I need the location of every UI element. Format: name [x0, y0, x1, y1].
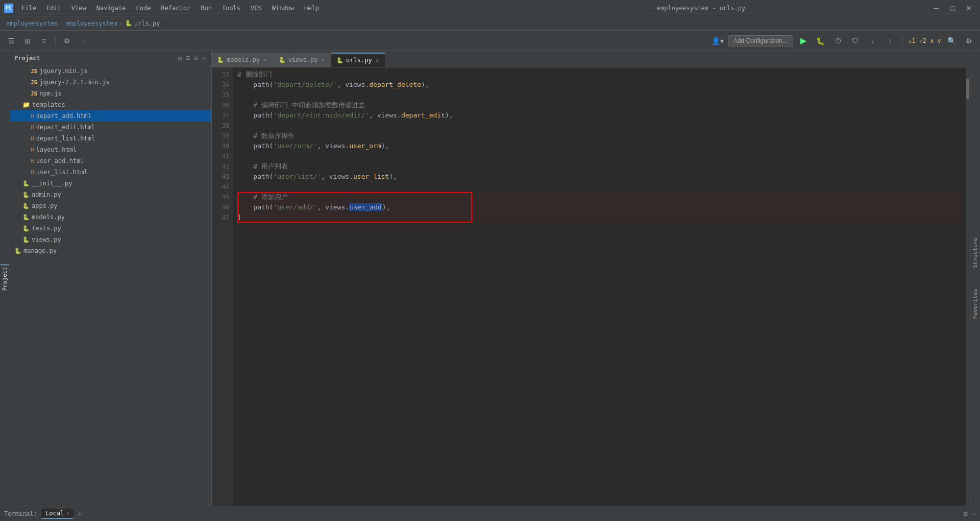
toolbar-minus-btn[interactable]: − — [76, 34, 90, 48]
menu-code[interactable]: Code — [132, 4, 155, 13]
toolbar-collapse-btn[interactable]: ≡ — [37, 34, 51, 48]
tree-label: admin.py — [32, 191, 61, 198]
tab-views[interactable]: 🐍 views.py ✕ — [274, 53, 331, 67]
breadcrumb-sub[interactable]: employeesystem — [65, 20, 117, 27]
breadcrumb-file: 🐍 urls.py — [125, 20, 160, 27]
tree-item-user_add-html[interactable]: Huser_add.html — [10, 155, 211, 167]
models-tab-icon: 🐍 — [217, 57, 224, 63]
debug-button[interactable]: 🐛 — [814, 34, 828, 48]
tree-icon-py: 🐍 — [22, 191, 30, 198]
toolbar-align-btn[interactable]: ⊞ — [20, 34, 35, 48]
tree-item-manage-py[interactable]: 🐍manage.py — [10, 245, 211, 256]
menu-help[interactable]: Help — [300, 4, 323, 13]
menu-file[interactable]: File — [17, 4, 40, 13]
code-line-47: ] — [237, 212, 962, 223]
tree-item-admin-py[interactable]: 🐍admin.py — [10, 189, 211, 200]
right-side-labels: Structure Favorites — [970, 51, 980, 506]
tree-item-user_list-html[interactable]: Huser_list.html — [10, 167, 211, 178]
menu-tools[interactable]: Tools — [218, 4, 244, 13]
scrollbar-thumb[interactable] — [966, 79, 969, 99]
terminal-add-tab[interactable]: + — [78, 510, 82, 518]
tree-item-apps-py[interactable]: 🐍apps.py — [10, 200, 211, 211]
code-line-40: path('user/orm/', views.user_orm), — [237, 141, 962, 151]
run-button[interactable]: ▶ — [796, 34, 811, 48]
tab-urls-label: urls.py — [346, 57, 372, 64]
tab-urls-close[interactable]: ✕ — [375, 57, 380, 64]
toolbar-settings-btn[interactable]: ⚙ — [60, 34, 74, 48]
toolbar-project-btn[interactable]: ☰ — [4, 34, 18, 48]
terminal-tab-local[interactable]: Local ✕ — [41, 509, 74, 519]
tree-item-views-py[interactable]: 🐍views.py — [10, 234, 211, 245]
tree-item-templates[interactable]: 📁templates — [10, 99, 211, 110]
editor-scrollbar[interactable] — [966, 67, 970, 506]
side-labels: Project — [0, 51, 10, 506]
tree-item-models-py[interactable]: 🐍models.py — [10, 211, 211, 223]
minimize-button[interactable]: ─ — [929, 3, 943, 14]
code-line-33: # 删除部门 — [237, 69, 962, 80]
project-panel-header: Project ◎ ≡ ⚙ − — [10, 51, 211, 65]
tree-icon-html: H — [31, 157, 34, 164]
line-num-38: 38 — [212, 121, 229, 131]
menu-refactor[interactable]: Refactor — [157, 4, 194, 13]
tree-item-jquery-min.js[interactable]: JSjquery.min.js — [10, 65, 211, 77]
line-num-33: 33 — [212, 69, 229, 80]
profile-btn[interactable]: 👤▾ — [710, 34, 725, 48]
menu-edit[interactable]: Edit — [42, 4, 65, 13]
terminal-tab-local-close[interactable]: ✕ — [66, 510, 69, 516]
terminal-close-icon[interactable]: − — [972, 510, 976, 518]
vcs-push-btn[interactable]: ↑ — [883, 34, 897, 48]
tree-item-jquery-2-2.1.min.js[interactable]: JSjquery-2.2.1.min.js — [10, 77, 211, 88]
tree-icon-html: H — [31, 169, 34, 176]
terminal-settings-icon[interactable]: ⚙ — [963, 510, 967, 518]
settings-gear-button[interactable]: ⚙ — [962, 34, 976, 48]
tree-item-tests-py[interactable]: 🐍tests.py — [10, 223, 211, 234]
project-settings-icon[interactable]: ⚙ — [193, 53, 199, 63]
line-numbers: 333435363738394041424344454647 — [212, 67, 233, 506]
tab-urls[interactable]: 🐍 urls.py ✕ — [331, 53, 385, 67]
tree-label: depart_list.html — [36, 135, 95, 142]
tree-icon-html: H — [31, 124, 34, 131]
structure-label[interactable]: Structure — [972, 238, 978, 268]
vcs-update-btn[interactable]: ↓ — [866, 34, 880, 48]
tab-views-close[interactable]: ✕ — [320, 56, 326, 64]
tree-label: jquery.min.js — [39, 67, 87, 75]
tab-models-close[interactable]: ✕ — [262, 56, 268, 64]
menu-window[interactable]: Window — [268, 4, 298, 13]
menu-run[interactable]: Run — [197, 4, 216, 13]
tree-item-depart_edit-html[interactable]: Hdepart_edit.html — [10, 122, 211, 133]
code-content[interactable]: # 删除部门 path('depart/delete/', views.depa… — [233, 67, 966, 506]
project-close-icon[interactable]: − — [201, 53, 207, 63]
search-button[interactable]: 🔍 — [944, 34, 959, 48]
menu-vcs[interactable]: VCS — [247, 4, 266, 13]
profile-run-btn[interactable]: ⏱ — [831, 34, 845, 48]
tree-item-depart_add-html[interactable]: Hdepart_add.html — [10, 110, 211, 122]
project-panel: Project ◎ ≡ ⚙ − JSjquery.min.jsJSjquery-… — [10, 51, 212, 506]
menu-view[interactable]: View — [67, 4, 90, 13]
code-editor[interactable]: 333435363738394041424344454647 # 删除部门 pa… — [212, 67, 970, 506]
toolbar-separator — [55, 36, 56, 46]
tree-item-__init__-py[interactable]: 🐍__init__.py — [10, 178, 211, 189]
project-locate-icon[interactable]: ◎ — [177, 53, 183, 63]
urls-tab-icon: 🐍 — [336, 57, 344, 64]
tree-item-depart_list-html[interactable]: Hdepart_list.html — [10, 133, 211, 144]
run-config-button[interactable]: Add Configuration... — [728, 35, 793, 46]
tree-item-layout-html[interactable]: Hlayout.html — [10, 144, 211, 155]
terminal-label: Terminal: — [4, 510, 37, 517]
favorites-label[interactable]: Favorites — [972, 289, 978, 319]
tree-label: apps.py — [32, 202, 58, 209]
line-num-41: 41 — [212, 151, 229, 161]
tree-item-npm-js[interactable]: JSnpm.js — [10, 88, 211, 99]
line-num-44: 44 — [212, 182, 229, 192]
maximize-button[interactable]: □ — [945, 3, 960, 14]
tree-label: user_add.html — [36, 157, 84, 164]
tab-models[interactable]: 🐍 models.py ✕ — [212, 53, 274, 67]
tree-label: __init__.py — [32, 180, 72, 187]
code-line-41 — [237, 151, 962, 161]
project-collapse-icon[interactable]: ≡ — [185, 53, 191, 63]
project-panel-title: Project — [14, 55, 173, 62]
sidebar-label-project[interactable]: Project — [1, 264, 9, 293]
close-button[interactable]: ✕ — [962, 3, 976, 14]
breadcrumb-root[interactable]: employeesystem — [6, 20, 58, 27]
menu-navigate[interactable]: Navigate — [92, 4, 130, 13]
coverage-btn[interactable]: 🛡 — [848, 34, 863, 48]
